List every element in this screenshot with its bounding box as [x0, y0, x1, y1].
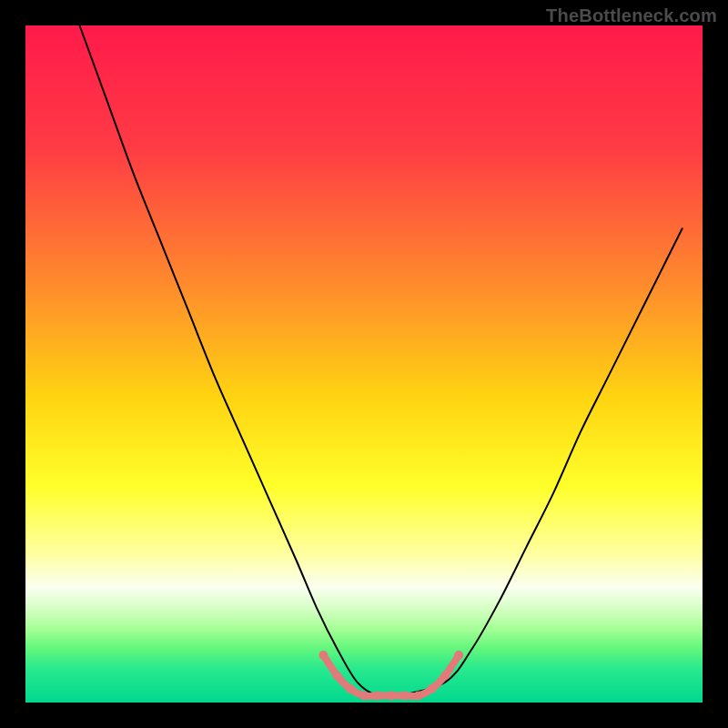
bottleneck-chart: [0, 0, 728, 728]
sweet-spot-dots: [346, 684, 355, 693]
sweet-spot-dots: [414, 692, 423, 701]
sweet-spot-dots: [318, 651, 328, 660]
chart-wrapper: TheBottleneck.com: [0, 0, 728, 728]
sweet-spot-dots: [373, 692, 382, 701]
sweet-spot-dots: [359, 692, 369, 701]
sweet-spot-dots: [440, 671, 450, 680]
sweet-spot-dots: [387, 692, 396, 701]
sweet-spot-dots: [454, 651, 463, 660]
watermark-label: TheBottleneck.com: [546, 5, 717, 26]
sweet-spot-dots: [332, 671, 341, 680]
sweet-spot-dots: [427, 684, 436, 693]
plot-area: [25, 25, 703, 703]
sweet-spot-dots: [400, 692, 410, 701]
